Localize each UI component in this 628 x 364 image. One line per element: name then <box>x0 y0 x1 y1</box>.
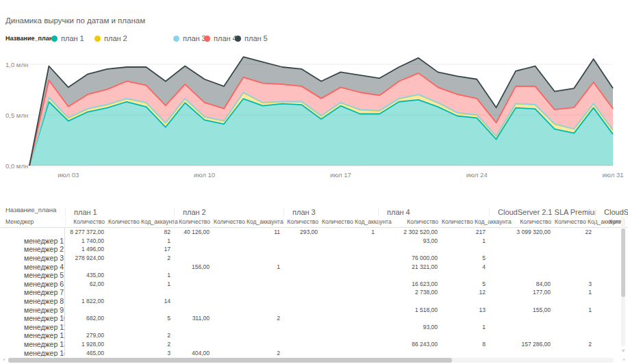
table-cell: 2 <box>554 341 595 348</box>
table-cell: 3 099 320,00 <box>489 229 554 235</box>
table-row-менеджер-2[interactable]: менеджер 21 496,0017 <box>0 245 628 254</box>
row-label: менеджер 12 <box>0 331 65 340</box>
x-axis-tick: июл 10 <box>194 171 215 179</box>
table-subheader-row: Менеджер КоличествоКоличество Код_аккаун… <box>0 216 628 228</box>
table-cell: 404,00 <box>174 350 213 356</box>
matrix-table[interactable]: Название_плана план 1план 2план 3план 4C… <box>0 203 628 364</box>
table-row-менеджер-12[interactable]: менеджер 12279,002 <box>0 331 628 340</box>
table-cell: 311,00 <box>174 315 213 322</box>
legend-item-5[interactable]: план 5 <box>235 33 268 44</box>
column-header-9[interactable]: Количество <box>489 218 554 225</box>
table-group-header-row: Название_плана план 1план 2план 3план 4C… <box>0 203 628 216</box>
table-row-менеджер-6[interactable]: менеджер 662,00116 623,00584,003 <box>0 280 628 289</box>
dashboard: Динамика выручки по датам и планам Назва… <box>0 0 628 364</box>
table-cell: 76 000,00 <box>378 255 441 261</box>
column-header-10[interactable]: Количество Код_аккаунта <box>554 218 595 225</box>
group-header-2[interactable]: план 2 <box>174 208 284 216</box>
table-cell: 93,00 <box>378 324 441 330</box>
table-cell: 1 518,00 <box>378 307 441 313</box>
table-cell: 17 <box>108 246 174 252</box>
table-cell: 435,00 <box>65 272 108 278</box>
vertical-scrollbar-thumb[interactable] <box>621 229 625 297</box>
table-row-менеджер-9[interactable]: менеджер 91 518,0013155,001 <box>0 305 628 314</box>
table-row-менеджер-5[interactable]: менеджер 5435,001 <box>0 271 628 280</box>
row-label: менеджер 1 <box>0 237 65 246</box>
group-header-5[interactable]: CloudServer 2.1 SLA Premium <box>489 208 595 216</box>
table-cell: 157 286,00 <box>489 341 554 348</box>
table-body: 8 277 372,008240 126,0011293,0012 302 52… <box>0 228 628 364</box>
table-cell: 293,00 <box>284 229 321 235</box>
table-cell: 1 822,00 <box>65 298 108 304</box>
scroll-right-icon[interactable]: › <box>620 356 627 363</box>
table-cell: 11 <box>213 229 284 235</box>
table-cell: 2 302 520,00 <box>378 229 441 235</box>
row-label <box>0 228 65 237</box>
column-header-1[interactable]: Количество <box>65 218 108 225</box>
legend-dot-icon <box>95 36 101 42</box>
group-header-4[interactable]: план 4 <box>378 208 489 216</box>
legend-item-3[interactable]: план 3 <box>173 33 206 44</box>
table-cell: 1 <box>441 324 489 330</box>
corner-header-plan: Название_плана <box>0 206 65 213</box>
table-cell: 278 924,00 <box>65 255 108 261</box>
table-cell: 5 <box>108 315 174 322</box>
chart-title: Динамика выручки по датам и планам <box>5 16 145 25</box>
row-label: менеджер 9 <box>0 305 65 314</box>
column-header-8[interactable]: Количество Код_аккаунта <box>441 218 489 225</box>
legend-item-label: план 3 <box>183 34 206 42</box>
table-cell: 279,00 <box>65 332 108 339</box>
stacked-area-chart[interactable]: 0,0 млн0,5 млн1,0 млниюл 03июл 10июл 17и… <box>0 53 628 181</box>
table-cell: 1 928,00 <box>65 341 108 348</box>
legend-item-4[interactable]: план 4 <box>204 33 237 44</box>
column-header-7[interactable]: Количество <box>378 218 441 225</box>
column-header-6[interactable]: Количество Код_аккаунта <box>321 218 378 225</box>
y-axis-tick: 0,0 млн <box>5 162 28 170</box>
horizontal-scrollbar-thumb[interactable] <box>8 358 452 363</box>
table-cell: 1 <box>108 237 174 244</box>
horizontal-scrollbar[interactable]: ‹ › <box>0 356 628 364</box>
table-row-менеджер-10[interactable]: менеджер 10682,005311,002 <box>0 314 628 323</box>
table-row-менеджер-1[interactable]: менеджер 11 740,00193,001 <box>0 237 628 246</box>
scroll-down-icon[interactable]: ˅ <box>620 348 627 354</box>
group-header-1[interactable]: план 1 <box>65 208 174 216</box>
legend-item-1[interactable]: план 1 <box>51 33 84 44</box>
table-cell: 1 <box>108 272 174 278</box>
vertical-scrollbar[interactable]: ˄ ˅ <box>620 209 627 354</box>
group-header-3[interactable]: план 3 <box>284 208 378 216</box>
column-header-4[interactable]: Количество Код_аккаунта <box>213 218 284 225</box>
table-row-менеджер-7[interactable]: менеджер 72 738,0012177,001 <box>0 288 628 297</box>
table-row-менеджер-4[interactable]: менеджер 4156,00121 321,004 <box>0 262 628 271</box>
scroll-up-icon[interactable]: ˄ <box>620 209 627 216</box>
table-row-менеджер-3[interactable]: менеджер 3278 924,00276 000,005 <box>0 254 628 263</box>
table-cell: 2 <box>108 255 174 261</box>
table-cell: 86 243,00 <box>378 341 441 348</box>
table-cell: 4 <box>441 263 489 270</box>
row-label: менеджер 2 <box>0 245 65 254</box>
table-cell: 2 <box>213 350 284 356</box>
table-cell: 465,00 <box>65 350 108 356</box>
column-header-2[interactable]: Количество Код_аккаунта <box>108 218 174 225</box>
table-cell: 156,00 <box>174 263 213 270</box>
scroll-left-icon[interactable]: ‹ <box>1 356 8 363</box>
table-cell: 5 <box>441 281 489 287</box>
table-cell: 82 <box>108 229 174 235</box>
table-cell: 217 <box>441 229 489 235</box>
chart-legend: Название_плана план 1план 2план 3план 4п… <box>0 33 628 44</box>
legend-item-label: план 4 <box>214 34 237 42</box>
table-row-менеджер-11[interactable]: менеджер 1193,001 <box>0 323 628 332</box>
table-row-менеджер-8[interactable]: менеджер 81 822,00141 <box>0 297 628 306</box>
column-header-5[interactable]: Количество <box>284 218 321 225</box>
row-label: менеджер 6 <box>0 280 65 289</box>
legend-item-2[interactable]: план 2 <box>95 33 127 44</box>
table-cell: 155,00 <box>489 307 554 313</box>
column-header-3[interactable]: Количество <box>174 218 213 225</box>
table-cell: 84,00 <box>489 281 554 287</box>
legend-item-label: план 5 <box>244 34 268 42</box>
table-cell: 1 <box>321 229 378 235</box>
table-row-total[interactable]: 8 277 372,008240 126,0011293,0012 302 52… <box>0 228 628 237</box>
table-row-менеджер-13[interactable]: менеджер 131 928,00286 243,008157 286,00… <box>0 340 628 349</box>
x-axis-tick: июл 17 <box>330 171 351 179</box>
legend-item-label: план 2 <box>104 34 127 42</box>
row-label: менеджер 10 <box>0 314 65 323</box>
legend-title: Название_плана <box>5 35 56 42</box>
